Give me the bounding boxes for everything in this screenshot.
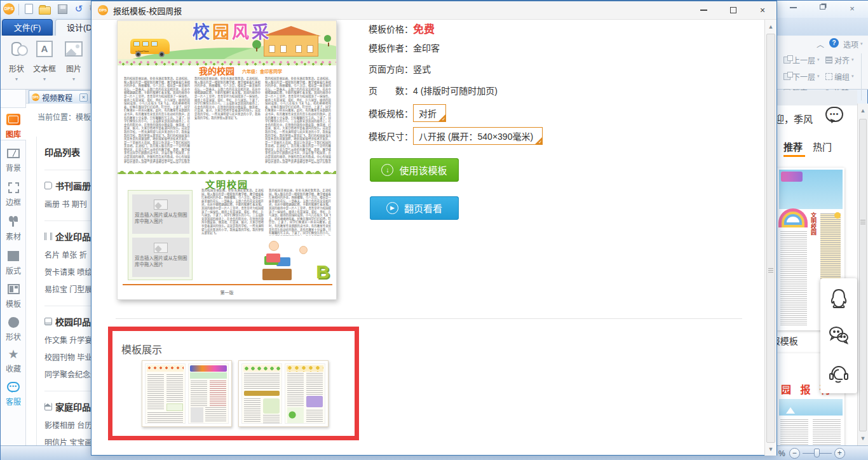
video-tutorial-tab[interactable]: DPS 视频教程 × — [29, 90, 91, 104]
chevron-down-icon[interactable]: ▾ — [31, 76, 58, 82]
tab-recommend[interactable]: 推荐 — [783, 140, 803, 153]
tab-hot[interactable]: 热门 — [813, 140, 832, 153]
dialog-scrollbar[interactable]: ▲ ▼ — [764, 20, 776, 456]
shape-tool-button[interactable]: 形状 ▾ — [3, 37, 31, 82]
undo-button[interactable]: ↺ — [72, 2, 86, 15]
sidebar-item-favorites[interactable]: ★ 收藏 — [1, 346, 26, 374]
new-document-button[interactable] — [22, 3, 36, 15]
collapse-ribbon-button[interactable]: ︿ — [817, 39, 824, 49]
zoom-out-button[interactable]: − — [789, 448, 800, 459]
zoom-in-button[interactable]: + — [834, 448, 845, 459]
section-title: 我的校园 — [199, 64, 234, 77]
group-button[interactable]: 编组▾ — [825, 71, 854, 81]
showcase-thumbnail[interactable] — [238, 360, 329, 427]
mini-page — [145, 363, 186, 424]
tab-file[interactable]: 文件(F) — [2, 19, 53, 36]
sidebar-item-shape[interactable]: 形状 — [1, 315, 26, 342]
size-selector[interactable]: 八开报 (展开：540×390毫米) ✓ — [413, 127, 543, 145]
customer-service-headset-icon[interactable] — [827, 362, 850, 388]
save-icon — [58, 4, 67, 14]
sidebar-item-gallery[interactable]: 图库 — [1, 107, 26, 140]
newspaper-masthead-title: 校园风采 — [162, 21, 302, 43]
image-placeholder: 双击插入图片或从左侧图库中拖入图片 — [132, 194, 189, 234]
restore-icon — [820, 4, 825, 10]
price-value: 免费 — [413, 20, 435, 36]
app-restore-button[interactable] — [820, 4, 825, 10]
spec-selector[interactable]: 对折 ✓ — [413, 104, 446, 122]
detail-row-price: 模板价格： 免费 — [369, 20, 435, 36]
detail-row-author: 模板作者： 金印客 — [369, 41, 440, 54]
chevron-down-icon[interactable]: ▾ — [60, 76, 88, 82]
showcase-title: 模板展示 — [121, 341, 162, 356]
ribbon-divider — [861, 53, 862, 100]
book-icon — [44, 182, 52, 189]
close-icon: × — [850, 4, 855, 13]
app-minimize-button[interactable] — [790, 7, 797, 8]
help-icon: ? — [829, 38, 839, 48]
brackets-icon — [44, 233, 52, 240]
align-button[interactable]: 对齐▾ — [825, 55, 854, 65]
right-panel-scrollbar[interactable]: ▲ ▼ — [857, 104, 868, 445]
preview-masthead-art: 校园风采 school bus — [118, 21, 336, 65]
save-button[interactable] — [55, 3, 69, 15]
close-icon: × — [760, 5, 765, 15]
border-icon — [8, 182, 19, 193]
highlight-annotation: 模板展示 — [108, 327, 359, 440]
close-tab-icon[interactable]: × — [79, 93, 88, 102]
undo-icon: ↺ — [75, 4, 83, 13]
minimize-icon — [790, 7, 797, 8]
zoom-percent-label: % — [778, 449, 785, 458]
detail-row-orientation: 页面方向： 竖式 — [369, 62, 431, 75]
textbox-tool-button[interactable]: A 文本框 ▾ — [31, 37, 58, 82]
help-button[interactable]: ? — [829, 37, 839, 48]
check-icon: ✓ — [538, 140, 542, 145]
image-placeholder-block: 双击插入图片或从左侧图库中拖入图片 双击插入图片或从左侧图库中拖入图片 — [128, 190, 193, 280]
chevron-down-icon: ▾ — [851, 57, 854, 62]
showcase-thumbnail[interactable] — [142, 360, 232, 427]
sidebar-item-template[interactable]: 模板 — [1, 281, 26, 309]
sidebar-item-material[interactable]: 素材 — [1, 214, 26, 241]
download-circle-icon: ↓ — [381, 164, 393, 176]
qq-icon[interactable] — [827, 287, 850, 313]
scroll-up-icon[interactable]: ▲ — [765, 24, 776, 30]
use-template-button[interactable]: ↓ 使用该模板 — [370, 158, 459, 182]
dialog-maximize-button[interactable] — [721, 1, 746, 19]
layer-down-button[interactable]: 下一层▾ — [783, 71, 820, 81]
chevron-down-icon[interactable]: ▾ — [3, 76, 31, 82]
scrollbar-thumb[interactable] — [859, 119, 867, 431]
sidebar-item-background[interactable]: 背景 — [1, 145, 26, 173]
dialog-title: 报纸模板-校园周报 — [113, 4, 182, 17]
thumb-sun — [834, 212, 841, 219]
sidebar-item-border[interactable]: 边框 — [1, 180, 26, 207]
image-icon — [65, 41, 83, 57]
align-icon — [825, 57, 832, 64]
image-tool-button[interactable]: 图片 ▾ — [60, 37, 88, 82]
dialog-titlebar[interactable]: DPS 报纸模板-校园周报 — [92, 1, 776, 20]
options-button[interactable]: 选项▾ — [843, 39, 863, 49]
flip-preview-button[interactable]: ▶ 翻页看看 — [370, 196, 459, 220]
home-icon — [44, 403, 52, 410]
new-document-icon — [25, 4, 33, 14]
layer-up-button[interactable]: 上一层▾ — [783, 55, 820, 65]
thumb-rainbow — [778, 208, 808, 227]
dialog-close-button[interactable]: × — [750, 1, 775, 19]
star-icon: ★ — [8, 348, 18, 360]
section-divider — [116, 318, 742, 319]
zoom-slider[interactable] — [803, 453, 832, 454]
scroll-up-icon[interactable]: ▲ — [858, 107, 868, 114]
scrollbar-thumb[interactable] — [766, 34, 775, 443]
image-icon — [154, 243, 168, 253]
scroll-down-icon[interactable]: ▼ — [765, 446, 776, 452]
message-bubble-icon[interactable]: ••• — [825, 107, 843, 122]
chevron-down-icon: ▾ — [860, 41, 863, 46]
detail-row-spec: 模板规格： 对折 ✓ — [369, 104, 446, 122]
app-close-button[interactable]: × — [843, 3, 861, 15]
dialog-minimize-button[interactable] — [691, 1, 716, 19]
thumb-text-column — [780, 231, 807, 325]
zoom-slider-thumb[interactable] — [814, 449, 820, 457]
wechat-icon[interactable] — [827, 324, 850, 349]
sidebar-item-layout[interactable]: 版式 — [1, 248, 26, 276]
scroll-down-icon[interactable]: ▼ — [858, 435, 868, 442]
sidebar-item-support[interactable]: ••• 客服 — [1, 379, 26, 407]
open-file-button[interactable] — [37, 4, 51, 17]
